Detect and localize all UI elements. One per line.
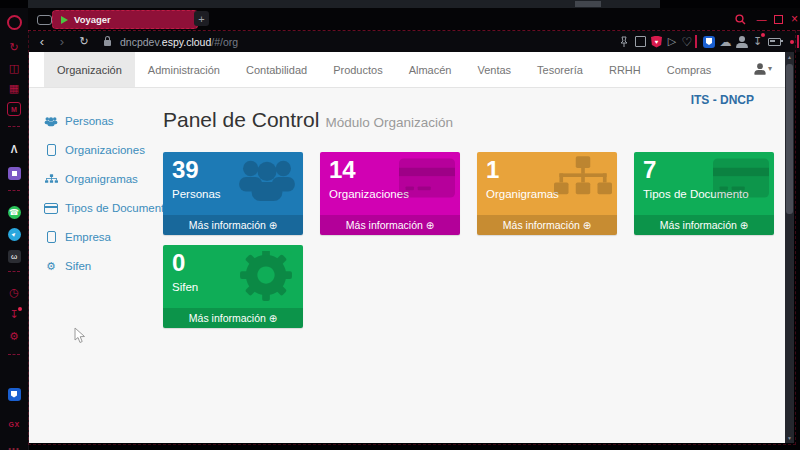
downloads-tray-icon[interactable]: ↧ (750, 31, 765, 52)
settings-gear-icon[interactable]: ⚙ (0, 328, 28, 344)
plus-circle-icon: ⊕ (583, 220, 591, 231)
back-icon[interactable]: ‹ (34, 31, 50, 52)
sidebar-item-label: Organigramas (65, 173, 138, 185)
twitch-icon[interactable] (0, 165, 28, 181)
opera-logo-icon[interactable] (0, 14, 28, 30)
grid-icon[interactable]: ▦ (0, 80, 28, 96)
sidebar-item-tipos-de-documento[interactable]: Tipos de Documento (44, 200, 171, 216)
tab-tiling-icon[interactable] (37, 15, 52, 25)
url-prefix: dncpdev. (120, 36, 162, 48)
aria-ai-icon[interactable]: Λ (0, 141, 28, 157)
tab-bar: Voyager + — × (28, 8, 800, 30)
user-menu[interactable]: ▾ (757, 63, 772, 74)
page-heading: Panel de ControlMódulo Organización (163, 108, 453, 132)
users-icon (236, 156, 298, 208)
more-info-link[interactable]: Más información ⊕ (634, 215, 774, 235)
maximize-icon[interactable] (771, 12, 786, 26)
more-info-link[interactable]: Más información ⊕ (320, 215, 460, 235)
card-label: Organigramas (486, 188, 559, 200)
discord-icon[interactable]: ω (0, 248, 28, 264)
card-label: Organizaciones (329, 188, 409, 200)
url-path: /#/org (211, 36, 238, 48)
sidebar-divider (8, 271, 20, 272)
address-bar: ‹ › ↻ dncpdev.espy.cloud/#/org ♥ ▷ ♡ ☁ ↧ (28, 31, 800, 52)
sitemap-icon (44, 174, 58, 184)
bitwarden-icon[interactable] (0, 386, 28, 402)
telegram-icon[interactable]: ▸ (0, 226, 28, 242)
sidebar-item-label: Personas (65, 115, 114, 127)
bitwarden-extension-icon[interactable] (701, 31, 717, 52)
more-info-label: Más información (503, 219, 580, 231)
card-value: 39 (172, 156, 199, 184)
sidebar-more-icon[interactable]: ••• (0, 440, 28, 450)
minimize-icon[interactable]: — (754, 12, 769, 26)
browser-tab[interactable]: Voyager (52, 10, 198, 29)
tab-compras[interactable]: Compras (654, 52, 725, 87)
background-window-strip (28, 0, 660, 8)
snapshot-icon[interactable] (633, 31, 647, 52)
m-site-icon[interactable]: M (0, 101, 28, 117)
downloads-icon[interactable]: ↧ (0, 306, 28, 322)
favorites-heart-icon[interactable]: ♡ (680, 31, 694, 52)
page-subtitle: Módulo Organización (325, 115, 453, 130)
cloud-extension-icon[interactable]: ☁ (718, 31, 733, 52)
sidebar-item-organizaciones[interactable]: Organizaciones (44, 142, 145, 158)
web-page: Organización Administración Contabilidad… (29, 52, 785, 443)
tablet-icon (44, 231, 58, 243)
sidebar-divider (8, 354, 20, 355)
new-tab-button[interactable]: + (194, 11, 209, 26)
adblock-shield-icon[interactable]: ♥ (649, 31, 664, 52)
more-info-label: Más información (346, 219, 423, 231)
sidebar-item-label: Organizaciones (65, 144, 145, 156)
sidebar-item-empresa[interactable]: Empresa (44, 229, 111, 245)
card-label: Sifen (172, 281, 198, 293)
reload-icon[interactable]: ↻ (76, 31, 92, 52)
scrollbar-thumb[interactable] (786, 64, 793, 214)
tab-ventas[interactable]: Ventas (464, 52, 524, 87)
tab-contabilidad[interactable]: Contabilidad (233, 52, 320, 87)
page-scrollbar[interactable]: ▲ ▼ (785, 52, 794, 443)
sidebar-item-label: Sifen (65, 260, 91, 272)
tab-tesoreria[interactable]: Tesorería (524, 52, 596, 87)
plus-circle-icon: ⊕ (269, 313, 277, 324)
app-navbar: Organización Administración Contabilidad… (29, 52, 785, 88)
profile-extension-icon[interactable] (734, 31, 749, 52)
card-organigramas: 1 Organigramas Más información ⊕ (477, 152, 617, 235)
pin-icon[interactable] (617, 31, 631, 52)
url-field[interactable]: dncpdev.espy.cloud/#/org (120, 31, 238, 52)
tab-productos[interactable]: Productos (320, 52, 396, 87)
gear-icon (239, 251, 293, 305)
scroll-up-icon[interactable]: ▲ (785, 54, 794, 60)
whatsapp-icon[interactable]: ☎ (0, 204, 28, 220)
credit-card-icon (399, 156, 455, 204)
sidebar-play-icon[interactable]: ▷ (665, 31, 679, 52)
credit-card-icon (713, 156, 769, 204)
sidebar-item-organigramas[interactable]: Organigramas (44, 171, 138, 187)
tab-organizacion[interactable]: Organización (44, 52, 135, 87)
forward-icon[interactable]: › (54, 31, 70, 52)
tab-administracion[interactable]: Administración (135, 52, 233, 87)
battery-icon[interactable] (766, 31, 782, 52)
more-info-label: Más información (189, 312, 266, 324)
gx-corner-icon[interactable]: ◫ (0, 60, 28, 76)
chevron-down-icon: ▾ (768, 64, 772, 73)
search-icon[interactable] (733, 12, 748, 26)
gx-logo-icon[interactable]: GX (0, 416, 28, 432)
plus-circle-icon: ⊕ (740, 220, 748, 231)
sidebar-item-personas[interactable]: Personas (44, 113, 114, 129)
sidebar-item-sifen[interactable]: ⚙Sifen (44, 258, 91, 274)
plus-circle-icon: ⊕ (269, 220, 277, 231)
tab-rrhh[interactable]: RRHH (596, 52, 654, 87)
speed-dial-icon[interactable]: ↻ (0, 39, 28, 55)
more-info-link[interactable]: Más información ⊕ (163, 215, 303, 235)
sidebar-divider (8, 190, 20, 191)
more-info-link[interactable]: Más información ⊕ (163, 308, 303, 328)
gear-icon: ⚙ (44, 261, 58, 272)
card-value: 1 (486, 156, 499, 184)
scroll-down-icon[interactable]: ▼ (785, 435, 794, 441)
history-icon[interactable]: ◷ (0, 284, 28, 300)
close-icon[interactable]: × (787, 12, 800, 26)
lock-icon[interactable] (100, 31, 114, 52)
tab-almacen[interactable]: Almacén (396, 52, 465, 87)
more-info-link[interactable]: Más información ⊕ (477, 215, 617, 235)
